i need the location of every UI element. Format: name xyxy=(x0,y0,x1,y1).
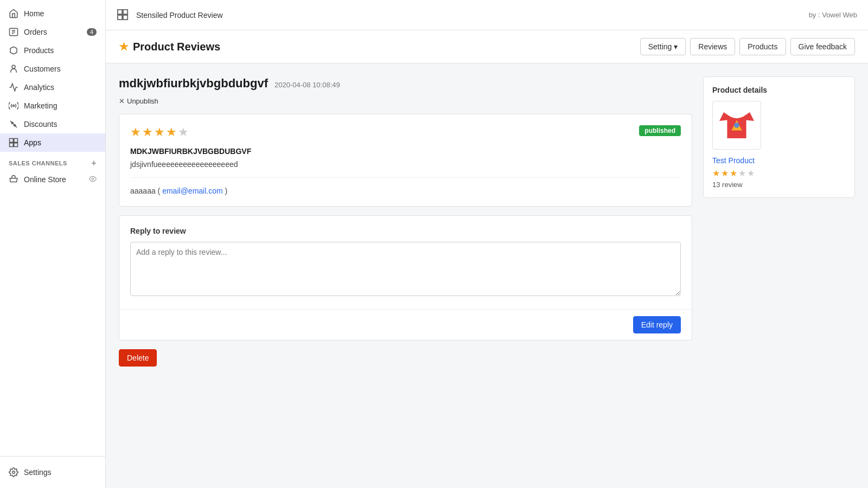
product-star-1: ★ xyxy=(712,168,720,178)
sidebar-item-orders-label: Orders xyxy=(24,28,47,36)
svg-point-5 xyxy=(13,105,15,107)
app-icon xyxy=(117,9,130,22)
edit-reply-button[interactable]: Edit reply xyxy=(633,316,681,333)
review-stars: ★ ★ ★ ★ ★ xyxy=(130,125,189,139)
content-header: ★ Product Reviews Setting ▾ Reviews Prod… xyxy=(106,30,868,63)
product-star-3: ★ xyxy=(730,168,737,178)
star-4: ★ xyxy=(166,125,177,139)
svg-rect-15 xyxy=(118,9,122,14)
reply-actions: Edit reply xyxy=(119,309,692,340)
sidebar: Home Orders 4 Products Customers A xyxy=(0,0,106,488)
topbar-by: by : Vowel Web xyxy=(809,11,857,19)
svg-point-4 xyxy=(12,65,15,68)
email-paren-close: ) xyxy=(225,187,228,195)
sidebar-item-orders[interactable]: Orders 4 xyxy=(0,23,105,41)
sidebar-item-analytics-label: Analytics xyxy=(24,83,54,92)
sidebar-item-apps-label: Apps xyxy=(24,138,41,147)
sidebar-item-products[interactable]: Products xyxy=(0,41,105,60)
review-title-row: mdkjwbfiurbkjvbgbdubgvf 2020-04-08 10:08… xyxy=(119,76,692,93)
dropdown-arrow-icon: ▾ xyxy=(674,42,678,51)
svg-rect-17 xyxy=(118,15,122,19)
star-1: ★ xyxy=(130,125,141,139)
svg-point-20 xyxy=(734,123,739,128)
sidebar-item-analytics[interactable]: Analytics xyxy=(0,78,105,97)
published-badge: published xyxy=(639,125,681,136)
x-icon: ✕ xyxy=(119,97,125,105)
sidebar-item-marketing[interactable]: Marketing xyxy=(0,97,105,115)
product-details-card: Product details xyxy=(703,76,855,198)
home-icon xyxy=(9,9,18,18)
eye-icon[interactable] xyxy=(89,175,97,184)
main-content: Stensiled Product Review by : Vowel Web … xyxy=(106,0,868,488)
svg-point-14 xyxy=(12,471,15,474)
title-star-icon: ★ xyxy=(119,40,129,53)
reply-card-body: Reply to review xyxy=(119,216,692,309)
product-image-container xyxy=(712,101,846,150)
orders-icon xyxy=(9,27,18,37)
page-title: ★ Product Reviews xyxy=(119,40,220,53)
sidebar-item-customers-label: Customers xyxy=(24,65,61,73)
svg-rect-9 xyxy=(10,139,14,143)
add-sales-channel-icon[interactable]: + xyxy=(91,158,97,168)
sidebar-item-discounts-label: Discounts xyxy=(24,120,57,129)
give-feedback-button[interactable]: Give feedback xyxy=(790,38,856,55)
products-button[interactable]: Products xyxy=(739,38,786,55)
sales-channels-title: SALES CHANNELS xyxy=(9,160,67,166)
review-card-body: ★ ★ ★ ★ ★ published MDKJWBFIURBKJVBGBDUB… xyxy=(119,114,692,206)
analytics-icon xyxy=(9,82,18,92)
reviewer-email-link[interactable]: email@email.com xyxy=(162,187,222,195)
email-paren-open: ( xyxy=(158,187,163,195)
sidebar-item-products-label: Products xyxy=(24,46,54,55)
product-name[interactable]: Test Product xyxy=(712,156,846,165)
sidebar-item-apps[interactable]: Apps xyxy=(0,133,105,152)
sales-channels-section: SALES CHANNELS + xyxy=(0,152,105,170)
sidebar-item-online-store-label: Online Store xyxy=(24,175,66,184)
review-title: mdkjwbfiurbkjvbgbdubgvf xyxy=(119,76,268,91)
setting-button[interactable]: Setting ▾ xyxy=(640,38,686,55)
unpublish-link[interactable]: ✕ Unpublish xyxy=(119,97,692,105)
svg-rect-12 xyxy=(14,143,18,147)
header-actions: Setting ▾ Reviews Products Give feedback xyxy=(640,38,855,55)
customers-icon xyxy=(9,64,18,74)
reply-textarea[interactable] xyxy=(130,242,681,296)
sidebar-item-discounts[interactable]: Discounts xyxy=(0,115,105,133)
sidebar-item-customers[interactable]: Customers xyxy=(0,60,105,78)
page-title-text: Product Reviews xyxy=(133,41,220,53)
product-star-4: ★ xyxy=(738,168,746,178)
topbar: Stensiled Product Review by : Vowel Web xyxy=(106,0,868,30)
product-star-5: ★ xyxy=(747,168,755,178)
sidebar-item-settings[interactable]: Settings xyxy=(0,463,105,481)
discounts-icon xyxy=(9,119,18,129)
review-layout: mdkjwbfiurbkjvbgbdubgvf 2020-04-08 10:08… xyxy=(119,76,855,367)
reviews-button[interactable]: Reviews xyxy=(690,38,735,55)
sidebar-nav: Home Orders 4 Products Customers A xyxy=(0,0,105,456)
review-main: mdkjwbfiurbkjvbgbdubgvf 2020-04-08 10:08… xyxy=(119,76,692,367)
settings-icon xyxy=(9,467,18,477)
apps-icon xyxy=(9,138,18,147)
product-star-2: ★ xyxy=(721,168,729,178)
review-card-header: ★ ★ ★ ★ ★ published xyxy=(130,125,681,147)
review-card: ★ ★ ★ ★ ★ published MDKJWBFIURBKJVBGBDUB… xyxy=(119,114,692,207)
svg-line-8 xyxy=(10,121,17,127)
svg-rect-18 xyxy=(123,15,127,19)
svg-rect-10 xyxy=(14,139,18,143)
online-store-icon xyxy=(9,175,18,184)
review-date: 2020-04-08 10:08:49 xyxy=(275,81,340,89)
reviewer-aaa: aaaaaa xyxy=(130,187,156,195)
star-2: ★ xyxy=(142,125,153,139)
product-image xyxy=(712,101,761,150)
sidebar-item-online-store[interactable]: Online Store xyxy=(0,170,105,189)
reply-section-title: Reply to review xyxy=(130,227,681,235)
product-reviews-count: 13 review xyxy=(712,181,846,189)
reviewer-display-name: MDKJWBFIURBKJVBGBDUBGVF xyxy=(130,147,681,156)
sidebar-item-home[interactable]: Home xyxy=(0,4,105,23)
sidebar-item-settings-label: Settings xyxy=(24,468,52,477)
sidebar-bottom: Settings xyxy=(0,456,105,488)
review-sidebar: Product details xyxy=(703,76,855,198)
star-5: ★ xyxy=(178,125,189,139)
delete-button[interactable]: Delete xyxy=(119,349,157,367)
sidebar-item-marketing-label: Marketing xyxy=(24,101,57,110)
product-details-title: Product details xyxy=(712,86,846,94)
svg-rect-11 xyxy=(10,143,14,147)
unpublish-label: Unpublish xyxy=(127,97,158,105)
